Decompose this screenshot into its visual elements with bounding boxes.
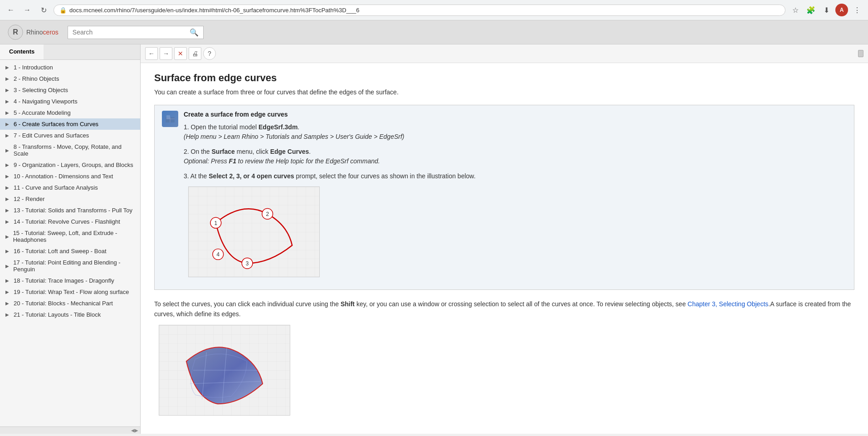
surface-svg <box>159 325 290 416</box>
sidebar-item-item-1[interactable]: ▶1 - Introduction <box>0 62 140 73</box>
chevron-icon: ▶ <box>5 301 11 306</box>
sidebar-item-item-20[interactable]: ▶20 - Tutorial: Blocks - Mechanical Part <box>0 298 140 309</box>
browser-chrome: ← → ↻ 🔒 ☆ 🧩 ⬇ A ⋮ <box>0 0 868 20</box>
content-print-button[interactable]: 🖨 <box>189 47 201 60</box>
user-avatar[interactable]: A <box>835 4 848 16</box>
search-input[interactable] <box>73 29 187 36</box>
page-title: Surface from edge curves <box>154 72 854 84</box>
sidebar-item-item-6[interactable]: ▶6 - Create Surfaces from Curves <box>0 118 140 130</box>
sidebar-item-label: 13 - Tutorial: Solids and Transforms - P… <box>14 207 132 214</box>
logo-rhino: Rhino <box>26 29 43 36</box>
step-3: 3. At the Select 2, 3, or 4 open curves … <box>184 171 476 181</box>
content-scroll[interactable]: Surface from edge curves You can create … <box>141 63 868 434</box>
sidebar: Contents ▶1 - Introduction▶2 - Rhino Obj… <box>0 44 141 434</box>
chevron-icon: ▶ <box>5 185 11 190</box>
sidebar-item-label: 12 - Render <box>14 196 45 202</box>
sidebar-item-item-16[interactable]: ▶16 - Tutorial: Loft and Sweep - Boat <box>0 245 140 257</box>
sidebar-item-label: 20 - Tutorial: Blocks - Mechanical Part <box>14 300 113 307</box>
sidebar-item-item-19[interactable]: ▶19 - Tutorial: Wrap Text - Flow along s… <box>0 286 140 298</box>
sidebar-bottom: ◀▶ <box>0 426 140 434</box>
sidebar-item-item-5[interactable]: ▶5 - Accurate Modeling <box>0 107 140 118</box>
sidebar-item-label: 11 - Curve and Surface Analysis <box>14 184 98 191</box>
chevron-icon: ▶ <box>5 196 11 201</box>
toolbar-icons: ☆ 🧩 ⬇ A ⋮ <box>789 4 863 16</box>
step-1-filename: EdgeSrf.3dm <box>258 123 297 131</box>
shift-key: Shift <box>341 300 355 308</box>
sidebar-item-item-3[interactable]: ▶3 - Selecting Objects <box>0 84 140 96</box>
security-icon: 🔒 <box>59 7 67 14</box>
sidebar-item-item-4[interactable]: ▶4 - Navigating Viewports <box>0 96 140 107</box>
sidebar-item-item-9[interactable]: ▶9 - Organization - Layers, Groups, and … <box>0 159 140 171</box>
sidebar-item-label: 14 - Tutorial: Revolve Curves - Flashlig… <box>14 218 120 225</box>
chevron-icon: ▶ <box>5 133 11 138</box>
sidebar-item-label: 19 - Tutorial: Wrap Text - Flow along su… <box>14 289 129 295</box>
surface-illustration <box>159 325 854 417</box>
step-1-sub: (Help menu > Learn Rhino > Tutorials and… <box>184 133 405 140</box>
search-area: 🔍 <box>68 26 204 39</box>
sidebar-item-item-8[interactable]: ▶8 - Transforms - Move, Copy, Rotate, an… <box>0 141 140 159</box>
step-2-sub: Optional: Press F1 to review the Help to… <box>184 157 380 165</box>
sidebar-item-item-2[interactable]: ▶2 - Rhino Objects <box>0 73 140 84</box>
curves-illustration: 1 2 3 4 <box>188 186 476 279</box>
chevron-icon: ▶ <box>5 264 10 269</box>
curves-svg: 1 2 3 4 <box>188 186 320 277</box>
chevron-icon: ▶ <box>5 219 11 224</box>
sidebar-item-label: 15 - Tutorial: Sweep, Loft, and Extrude … <box>13 230 137 243</box>
sidebar-item-label: 16 - Tutorial: Loft and Sweep - Boat <box>14 248 107 255</box>
content-close-button[interactable]: ✕ <box>174 47 187 60</box>
chevron-icon: ▶ <box>5 208 11 213</box>
sidebar-item-label: 4 - Navigating Viewports <box>14 98 78 105</box>
sidebar-item-item-21[interactable]: ▶21 - Tutorial: Layouts - Title Block <box>0 309 140 320</box>
sidebar-item-item-12[interactable]: ▶12 - Render <box>0 193 140 205</box>
resize-handle[interactable]: ◀▶ <box>131 427 138 434</box>
chevron-icon: ▶ <box>5 110 11 115</box>
sidebar-item-label: 7 - Edit Curves and Surfaces <box>14 132 89 139</box>
chevron-icon: ▶ <box>5 289 11 294</box>
forward-button[interactable]: → <box>21 4 34 16</box>
chevron-icon: ▶ <box>5 162 11 167</box>
logo-ceros: ceros <box>43 29 59 36</box>
url-input[interactable] <box>69 7 780 14</box>
content-back-button[interactable]: ← <box>145 47 158 60</box>
chevron-icon: ▶ <box>5 312 11 317</box>
sidebar-item-item-7[interactable]: ▶7 - Edit Curves and Surfaces <box>0 130 140 141</box>
reload-button[interactable]: ↻ <box>37 4 50 16</box>
rhino-logo-icon: R <box>7 24 24 40</box>
sidebar-item-item-15[interactable]: ▶15 - Tutorial: Sweep, Loft, and Extrude… <box>0 227 140 245</box>
svg-text:1: 1 <box>215 220 218 226</box>
content-help-button[interactable]: ? <box>203 47 216 60</box>
menu-button[interactable]: ⋮ <box>851 4 863 16</box>
chapter-3-link[interactable]: Chapter 3, Selecting Objects <box>688 300 768 308</box>
download-button[interactable]: ⬇ <box>820 4 833 16</box>
sidebar-item-label: 3 - Selecting Objects <box>14 87 68 93</box>
content-forward-button[interactable]: → <box>160 47 172 60</box>
chevron-icon: ▶ <box>5 174 11 179</box>
extensions-button[interactable]: 🧩 <box>805 4 817 16</box>
step-list: 1. Open the tutorial model EdgeSrf.3dm. … <box>184 122 476 181</box>
callout-title: Create a surface from edge curves <box>184 111 476 118</box>
bookmark-button[interactable]: ☆ <box>789 4 802 16</box>
back-button[interactable]: ← <box>5 4 17 16</box>
sidebar-item-label: 9 - Organization - Layers, Groups, and B… <box>14 162 133 168</box>
sidebar-item-item-13[interactable]: ▶13 - Tutorial: Solids and Transforms - … <box>0 205 140 216</box>
chevron-icon: ▶ <box>5 88 11 93</box>
tab-contents[interactable]: Contents <box>0 44 44 59</box>
sidebar-tabs: Contents <box>0 44 140 60</box>
svg-rect-3 <box>166 115 170 119</box>
sidebar-item-item-11[interactable]: ▶11 - Curve and Surface Analysis <box>0 182 140 193</box>
main-area: Contents ▶1 - Introduction▶2 - Rhino Obj… <box>0 44 868 434</box>
chevron-icon: ▶ <box>5 234 10 239</box>
sidebar-item-item-10[interactable]: ▶10 - Annotation - Dimensions and Text <box>0 171 140 182</box>
sidebar-item-item-17[interactable]: ▶17 - Tutorial: Point Editing and Blendi… <box>0 257 140 275</box>
chevron-icon: ▶ <box>5 99 11 104</box>
sidebar-item-item-14[interactable]: ▶14 - Tutorial: Revolve Curves - Flashli… <box>0 216 140 227</box>
step-2: 2. On the Surface menu, click Edge Curve… <box>184 147 476 166</box>
sidebar-item-item-18[interactable]: ▶18 - Tutorial: Trace Images - Dragonfly <box>0 275 140 286</box>
sidebar-item-label: 1 - Introduction <box>14 64 53 71</box>
step-1: 1. Open the tutorial model EdgeSrf.3dm. … <box>184 122 476 142</box>
app-header: R Rhinoceros 🔍 <box>0 20 868 44</box>
page-subtitle: You can create a surface from three or f… <box>154 88 854 96</box>
sidebar-item-label: 8 - Transforms - Move, Copy, Rotate, and… <box>14 143 137 157</box>
step-2-cmd: Edge Curves <box>270 148 309 155</box>
chevron-icon: ▶ <box>5 76 11 81</box>
